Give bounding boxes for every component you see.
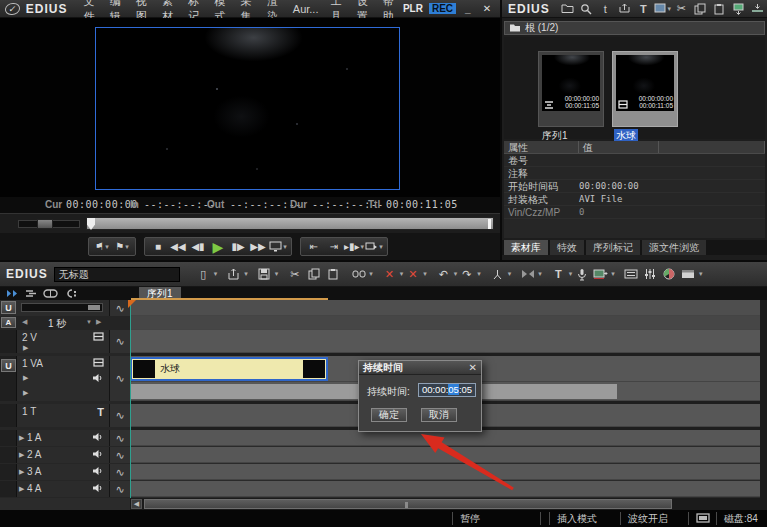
- plr-button[interactable]: PLR: [403, 3, 423, 14]
- video-track-icon[interactable]: [93, 358, 104, 367]
- expand-track-icon[interactable]: ▶: [19, 434, 24, 442]
- keyboard-shortcuts-button[interactable]: [623, 265, 640, 283]
- tab-source-browser[interactable]: 源文件浏览: [642, 240, 706, 255]
- ripple-sync-icon[interactable]: ∿: [109, 356, 130, 401]
- dialog-titlebar[interactable]: 持续时间 ✕: [359, 361, 481, 375]
- ripple-sync-icon[interactable]: ∿: [109, 404, 130, 427]
- open-project-button[interactable]: [225, 265, 242, 283]
- ripple-sync-icon[interactable]: ∿: [109, 464, 130, 480]
- expand-track-icon[interactable]: ▶: [23, 374, 28, 382]
- paste-button[interactable]: [324, 265, 341, 283]
- expand-track-icon[interactable]: ▶: [19, 451, 24, 459]
- export-timeline-button[interactable]: [592, 265, 609, 283]
- track-header-1a[interactable]: ▶ 1 A ∿: [0, 430, 130, 446]
- track-mute-button[interactable]: U: [1, 359, 16, 372]
- goto-in-button[interactable]: ⇤: [304, 238, 324, 255]
- timeline-scale-value[interactable]: 1 秒: [48, 317, 66, 331]
- track-header-3a[interactable]: ▶ 3 A ∿: [0, 464, 130, 480]
- track-patch-button[interactable]: [25, 289, 37, 298]
- scroll-left-button[interactable]: ◀: [131, 499, 142, 509]
- expand-track-icon[interactable]: ▶: [19, 485, 24, 493]
- ok-button[interactable]: 确定: [371, 408, 407, 422]
- stop-button[interactable]: ■: [148, 238, 168, 255]
- play-around-cursor-button[interactable]: ▸▮▸▾: [344, 238, 364, 255]
- track-header-4a[interactable]: ▶ 4 A ∿: [0, 481, 130, 497]
- loop-playback-button[interactable]: ▾: [268, 238, 288, 255]
- cut-button[interactable]: ✂: [286, 265, 303, 283]
- track-header-2v[interactable]: 2 V ▶ ∿: [0, 330, 130, 353]
- export-bin-button[interactable]: [615, 1, 634, 17]
- copy-button[interactable]: [691, 1, 710, 17]
- copy-button[interactable]: [305, 265, 322, 283]
- menu-aur[interactable]: Aur...: [287, 3, 325, 15]
- scale-dropdown-arrow[interactable]: ▼: [86, 319, 92, 325]
- expand-track-icon[interactable]: ▶: [19, 468, 24, 476]
- previous-frame-button[interactable]: ◀▮: [188, 238, 208, 255]
- track-1a-content[interactable]: [130, 430, 767, 446]
- title-button[interactable]: T: [550, 265, 567, 283]
- new-sequence-button[interactable]: ▯: [195, 265, 212, 283]
- rewind-button[interactable]: ◀◀: [168, 238, 188, 255]
- timeline-scrollbar[interactable]: ◀: [0, 498, 767, 510]
- dialog-close-icon[interactable]: ✕: [469, 362, 477, 373]
- audio-btn[interactable]: A: [1, 317, 16, 328]
- audio-track-icon[interactable]: [92, 466, 104, 476]
- layout-button[interactable]: [680, 265, 697, 283]
- track-3a-content[interactable]: [130, 464, 767, 480]
- next-frame-button[interactable]: ▮▶: [228, 238, 248, 255]
- rec-button[interactable]: REC: [429, 3, 456, 14]
- audio-mixer-button[interactable]: [642, 265, 659, 283]
- add-title-button[interactable]: T: [634, 1, 653, 17]
- tab-effects[interactable]: 特效: [550, 240, 584, 255]
- view-mode-button[interactable]: ▾: [653, 1, 672, 17]
- ripple-sync-icon[interactable]: ∿: [109, 330, 130, 353]
- play-button[interactable]: ▶: [208, 238, 228, 255]
- ripple-sync-icon[interactable]: ∿: [109, 447, 130, 463]
- replace-clip-button[interactable]: [350, 265, 367, 283]
- shuttle-slider[interactable]: [18, 220, 80, 228]
- audio-track-icon[interactable]: [92, 373, 104, 383]
- bin-clip-sequence1[interactable]: 00:00:00:0000:00:11:05: [538, 51, 604, 127]
- ripple-sync-icon[interactable]: ∿: [109, 430, 130, 446]
- playhead-line[interactable]: [130, 300, 131, 498]
- track-2a-content[interactable]: [130, 447, 767, 463]
- video-track-icon[interactable]: [93, 332, 104, 341]
- search-button[interactable]: [577, 1, 596, 17]
- voiceover-button[interactable]: [573, 265, 590, 283]
- close-button[interactable]: ✕: [480, 3, 494, 14]
- bin-clip-waterball[interactable]: 00:00:00:0000:00:11:05: [612, 51, 678, 127]
- folder-button[interactable]: [558, 1, 577, 17]
- timeline-zoom-slider[interactable]: [21, 303, 103, 312]
- bin-folder-bar[interactable]: 根 (1/2): [504, 21, 765, 35]
- ripple-delete-out-button[interactable]: ✕: [404, 265, 421, 283]
- track-header-1t[interactable]: 1 T T ∿: [0, 404, 130, 427]
- add-to-timeline-button[interactable]: [748, 1, 767, 17]
- duration-input[interactable]: 00:00:05:05: [418, 383, 476, 397]
- goto-out-button[interactable]: ⇥: [324, 238, 344, 255]
- track-4a-content[interactable]: [130, 481, 767, 497]
- tab-bin[interactable]: 素材库: [504, 240, 548, 255]
- export-button[interactable]: ▾: [364, 238, 384, 255]
- track-2v-content[interactable]: [130, 330, 767, 353]
- project-title-field[interactable]: 无标题: [54, 267, 180, 282]
- cut-button[interactable]: ✂: [672, 1, 691, 17]
- loop-mode-button[interactable]: [43, 289, 58, 298]
- track-header-2a[interactable]: ▶ 2 A ∿: [0, 447, 130, 463]
- save-project-button[interactable]: [256, 265, 273, 283]
- sync-mode-button[interactable]: [6, 289, 19, 298]
- ripple-delete-in-button[interactable]: ✕: [381, 265, 398, 283]
- expand-track-icon[interactable]: ▶: [23, 344, 28, 352]
- cancel-button[interactable]: 取消: [421, 408, 457, 422]
- up-folder-button[interactable]: t: [596, 1, 615, 17]
- track-header-1va[interactable]: U 1 VA ▶ ▶ ∿: [0, 356, 130, 401]
- razor-button[interactable]: [489, 265, 506, 283]
- paste-button[interactable]: [710, 1, 729, 17]
- undo-button[interactable]: ↶: [435, 265, 452, 283]
- minimize-button[interactable]: _: [462, 3, 474, 14]
- marker-list-button[interactable]: [64, 289, 77, 298]
- audio-track-icon[interactable]: [92, 449, 104, 459]
- scale-right-arrow[interactable]: ▶: [96, 318, 101, 326]
- tab-sequence-marker[interactable]: 序列标记: [586, 240, 640, 255]
- audio-track-icon[interactable]: [92, 483, 104, 493]
- transition-button[interactable]: [519, 265, 536, 283]
